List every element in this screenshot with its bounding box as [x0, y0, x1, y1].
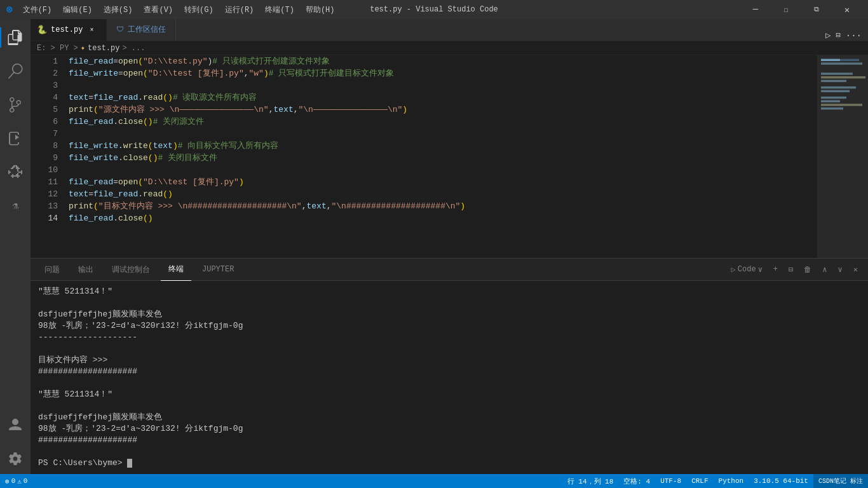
close-button[interactable]: ✕: [832, 0, 862, 19]
code-line-9: file_write . close () # 关闭目标文件: [69, 152, 817, 164]
vscode-icon: ⊗: [6, 3, 13, 16]
split-terminal-button[interactable]: ⊟: [785, 264, 797, 276]
menu-edit[interactable]: 编辑(E): [58, 3, 97, 17]
breadcrumb-filename[interactable]: test.py: [88, 44, 119, 53]
status-spaces[interactable]: 空格: 4: [618, 474, 655, 488]
more-actions-icon[interactable]: ···: [846, 30, 862, 41]
maximize-panel-button[interactable]: ∧: [818, 264, 831, 276]
status-python-version[interactable]: 3.10.5 64-bit: [749, 474, 813, 488]
code-line-13: print ( "目标文件内容 >>> \n##################…: [69, 200, 817, 212]
activity-extensions[interactable]: [0, 157, 31, 187]
terminal-content[interactable]: "慧慧 5211314！" dsfjuefjfefjhej颤发顺丰发色 98放 …: [31, 281, 868, 474]
breadcrumb: E: > PY > ✦ test.py > ...: [31, 41, 868, 55]
spaces-text: 空格: 4: [623, 477, 650, 486]
panel-tab-jupyter[interactable]: JUPYTER: [194, 259, 241, 281]
encoding-text: UTF-8: [660, 477, 681, 485]
terminal-line-3: dsfjuefjfefjhej颤发顺丰发色: [38, 309, 860, 320]
status-bar: ⊗ 0 ⚠ 0 行 14，列 18 空格: 4 UTF-8 CRLF Pytho…: [0, 474, 868, 488]
panel-right-controls: ▷ Code ∨ + ⊟ 🗑 ∧ ∨ ✕: [728, 264, 862, 276]
warning-icon: ⚠: [17, 477, 22, 485]
trust-label: 工作区信任: [128, 24, 166, 35]
minimize-panel-button[interactable]: ∨: [834, 264, 846, 276]
status-language[interactable]: Python: [714, 474, 749, 488]
line-num-4: 4: [34, 92, 58, 104]
line-num-1: 1: [34, 55, 58, 67]
terminal-line-10: "慧慧 5211314！": [38, 389, 860, 400]
status-csdn[interactable]: CSDN笔记 标注: [813, 474, 868, 488]
code-line-6: file_read . close () # 关闭源文件: [69, 116, 817, 128]
title-bar-controls: ─ ☐ ⧉ ✕: [741, 0, 862, 19]
status-left: ⊗ 0 ⚠ 0: [0, 474, 32, 488]
tab-testpy[interactable]: 🐍 test.py ×: [31, 19, 107, 41]
cursor: [127, 459, 132, 468]
panel-tab-terminal[interactable]: 终端: [161, 259, 191, 281]
terminal-line-8: ####################: [38, 366, 860, 377]
layout-button[interactable]: ⧉: [802, 0, 831, 19]
add-terminal-button[interactable]: +: [770, 264, 782, 275]
activity-search[interactable]: [0, 56, 31, 86]
run-code-button[interactable]: ▷ Code ∨: [728, 264, 766, 276]
status-right: 行 14，列 18 空格: 4 UTF-8 CRLF Python 3.10.5…: [562, 474, 868, 488]
code-content[interactable]: file_read = open ( "D:\\test.py" ) # 只读模…: [65, 55, 817, 258]
activity-source-control[interactable]: [0, 90, 31, 120]
code-line-10: [69, 164, 817, 176]
line-num-11: 11: [34, 176, 58, 188]
menu-bar: 文件(F) 编辑(E) 选择(S) 查看(V) 转到(G) 运行(R) 终端(T…: [18, 3, 340, 17]
breadcrumb-text: E: > PY >: [37, 44, 78, 53]
code-line-8: file_write . write ( text ) # 向目标文件写入所有内…: [69, 140, 817, 152]
minimap: [817, 55, 868, 258]
maximize-button[interactable]: ☐: [771, 0, 801, 19]
terminal-line-9: [38, 377, 860, 389]
status-errors[interactable]: ⊗ 0 ⚠ 0: [0, 474, 32, 488]
code-line-4: text = file_read . read () # 读取源文件所有内容: [69, 92, 817, 104]
terminal-prompt[interactable]: PS C:\Users\byme>: [38, 458, 860, 469]
activity-settings[interactable]: [0, 444, 31, 474]
python-version-text: 3.10.5 64-bit: [754, 477, 808, 485]
tab-close-button[interactable]: ×: [86, 25, 97, 35]
run-icon[interactable]: ▷: [825, 30, 831, 41]
activity-explorer[interactable]: [0, 22, 31, 53]
code-editor[interactable]: 1 2 3 4 5 6 7 8 9 10 11 12 13 14: [31, 55, 868, 258]
terminal-line-5: --------------------: [38, 332, 860, 343]
menu-select[interactable]: 选择(S): [98, 3, 138, 17]
status-position[interactable]: 行 14，列 18: [562, 474, 619, 488]
split-editor-icon[interactable]: ⊟: [836, 30, 841, 40]
terminal-panel: 问题 输出 调试控制台 终端 JUPYTER ▷ Code ∨ + ⊟ 🗑: [31, 258, 868, 474]
panel-tab-debug[interactable]: 调试控制台: [104, 259, 158, 281]
code-line-7: [69, 128, 817, 140]
line-num-5: 5: [34, 104, 58, 116]
line-num-13: 13: [34, 200, 58, 212]
menu-terminal[interactable]: 终端(T): [260, 3, 299, 17]
code-line-1: file_read = open ( "D:\\test.py" ) # 只读模…: [69, 55, 817, 67]
menu-run[interactable]: 运行(R): [220, 3, 259, 17]
terminal-line-2: [38, 297, 860, 309]
panel-tab-problems[interactable]: 问题: [37, 259, 67, 281]
line-num-8: 8: [34, 140, 58, 152]
panel-tab-output[interactable]: 输出: [71, 259, 101, 281]
terminal-line-15: [38, 446, 860, 458]
line-num-7: 7: [34, 128, 58, 140]
editor-container: 🐍 test.py × 🛡 工作区信任 ▷ ⊟ ··· E: > PY > ✦ …: [31, 19, 868, 474]
editor-actions: ▷ ⊟ ···: [819, 30, 868, 41]
status-encoding[interactable]: UTF-8: [655, 474, 686, 488]
line-num-12: 12: [34, 188, 58, 200]
activity-run-debug[interactable]: [0, 123, 31, 154]
activity-test[interactable]: ⚗: [0, 191, 31, 221]
delete-terminal-button[interactable]: 🗑: [800, 264, 815, 276]
line-num-6: 6: [34, 116, 58, 128]
menu-help[interactable]: 帮助(H): [301, 3, 340, 17]
terminal-line-6: [38, 343, 860, 355]
error-count: 0: [11, 477, 16, 485]
status-line-ending[interactable]: CRLF: [686, 474, 713, 488]
close-panel-button[interactable]: ✕: [850, 264, 862, 276]
terminal-line-14: ####################: [38, 435, 860, 446]
code-line-3: [69, 79, 817, 92]
minimize-button[interactable]: ─: [741, 0, 770, 19]
menu-goto[interactable]: 转到(G): [179, 3, 219, 17]
menu-file[interactable]: 文件(F): [18, 3, 57, 17]
menu-view[interactable]: 查看(V): [139, 3, 178, 17]
trust-indicator[interactable]: 🛡 工作区信任: [107, 19, 176, 41]
activity-account[interactable]: [0, 410, 31, 440]
terminal-line-12: dsfjuefjfefjhej颤发顺丰发色: [38, 412, 860, 423]
csdn-text: CSDN笔记 标注: [818, 477, 863, 485]
